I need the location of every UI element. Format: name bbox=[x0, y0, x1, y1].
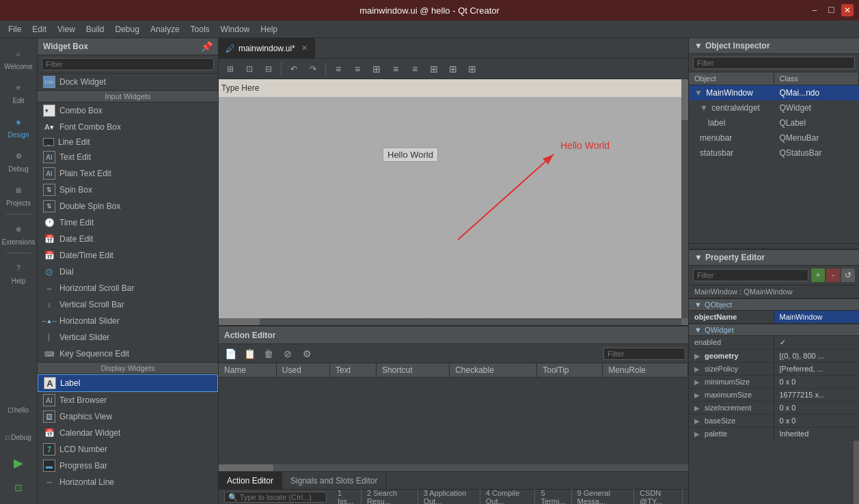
prop-vscroll[interactable] bbox=[689, 440, 859, 504]
widget-item-textbrowser[interactable]: AI Text Browser bbox=[38, 392, 218, 408]
widget-item-dial[interactable]: ⊙ Dial bbox=[38, 264, 218, 280]
action-disable-btn[interactable]: ⊘ bbox=[279, 346, 297, 362]
action-hscroll-thumb[interactable] bbox=[219, 464, 273, 471]
tool-btn-6[interactable]: ≡ bbox=[329, 61, 347, 77]
widget-item-keyseqedit[interactable]: ⌨ Key Sequence Edit bbox=[38, 346, 218, 362]
tool-btn-1[interactable]: ⊞ bbox=[221, 61, 239, 77]
prop-row-geometry[interactable]: ▶ geometry [(0, 0), 800 ... bbox=[689, 350, 859, 363]
prop-val-basesize[interactable]: 0 x 0 bbox=[774, 415, 860, 427]
action-new-btn[interactable]: 📄 bbox=[221, 346, 239, 362]
prop-val-geometry[interactable]: [(0, 0), 800 ... bbox=[774, 350, 860, 362]
prop-expand-minsize[interactable]: ▶ bbox=[694, 378, 700, 386]
widget-item-lineedit[interactable]: _ Line Edit bbox=[38, 135, 218, 149]
tool-btn-2[interactable]: ⊡ bbox=[241, 61, 258, 77]
prop-row-maxsize[interactable]: ▶ maximumSize 16777215 x... bbox=[689, 389, 859, 402]
widget-item-hscrollbar[interactable]: ↔ Horizontal Scroll Bar bbox=[38, 280, 218, 296]
sidebar-item-debug2[interactable]: □ Debug bbox=[1, 425, 36, 449]
menu-tools[interactable]: Tools bbox=[185, 23, 215, 36]
widget-item-doublespinbox[interactable]: ⇅ Double Spin Box bbox=[38, 198, 218, 214]
action-hscrollbar[interactable] bbox=[219, 464, 688, 471]
canvas-hscroll-thumb[interactable] bbox=[219, 318, 260, 325]
prop-row-sizeincrement[interactable]: ▶ sizeIncrement 0 x 0 bbox=[689, 402, 859, 415]
prop-val-sizeincrement[interactable]: 0 x 0 bbox=[774, 402, 860, 414]
widget-item-dateedit[interactable]: 📅 Date Edit bbox=[38, 231, 218, 247]
obj-hscrollbar[interactable] bbox=[689, 243, 859, 249]
tool-btn-13[interactable]: ⊞ bbox=[463, 61, 481, 77]
minimize-button[interactable]: – bbox=[808, 4, 821, 16]
prop-row-sizepolicy[interactable]: ▶ sizePolicy [Preferred, ... bbox=[689, 363, 859, 376]
widget-item-combobox[interactable]: ▾ Combo Box bbox=[38, 102, 218, 119]
status-item-compile[interactable]: 4 Compile Out... bbox=[480, 489, 536, 505]
status-item-search[interactable]: 2 Search Resu... bbox=[362, 489, 418, 505]
canvas-vscroll-thumb[interactable] bbox=[681, 79, 688, 120]
menu-view[interactable]: View bbox=[52, 23, 81, 36]
tool-btn-10[interactable]: ≡ bbox=[406, 61, 424, 77]
prop-val-objectname[interactable]: MainWindow bbox=[774, 311, 860, 323]
status-item-issues[interactable]: 1 Iss... bbox=[332, 489, 362, 505]
tool-btn-3[interactable]: ⊟ bbox=[260, 61, 277, 77]
widget-item-label[interactable]: A Label bbox=[38, 374, 218, 392]
prop-expand-sizepolicy[interactable]: ▶ bbox=[694, 365, 700, 373]
status-item-general[interactable]: 9 General Messa... bbox=[572, 489, 635, 505]
action-filter-input[interactable] bbox=[603, 348, 685, 360]
tool-btn-8[interactable]: ⊞ bbox=[368, 61, 385, 77]
prop-vscroll-thumb[interactable] bbox=[854, 440, 859, 504]
prop-row-palette[interactable]: ▶ palette Inherited bbox=[689, 428, 859, 440]
close-button[interactable]: ✕ bbox=[841, 4, 854, 16]
prop-expand-sizeincrement[interactable]: ▶ bbox=[694, 404, 700, 412]
tool-btn-7[interactable]: ≡ bbox=[349, 61, 366, 77]
tab-mainwindow[interactable]: 🖊 mainwindow.ui* ✕ bbox=[219, 38, 315, 58]
widget-item-lcdnumber[interactable]: 7 LCD Number bbox=[38, 441, 218, 458]
obj-row-statusbar[interactable]: statusbar QStatusBar bbox=[689, 145, 859, 160]
menu-file[interactable]: File bbox=[3, 23, 27, 36]
prop-val-palette[interactable]: Inherited bbox=[774, 428, 860, 440]
sidebar-item-design[interactable]: ◈ Design bbox=[1, 109, 36, 143]
tool-btn-9[interactable]: ≡ bbox=[387, 61, 405, 77]
widget-item-graphicsview[interactable]: 🖼 Graphics View bbox=[38, 408, 218, 425]
status-item-appout[interactable]: 3 Application Out... bbox=[418, 489, 480, 505]
prop-expand-maxsize[interactable]: ▶ bbox=[694, 391, 700, 399]
prop-val-enabled[interactable]: ✓ bbox=[774, 336, 860, 349]
sidebar-item-debug[interactable]: ⚙ Debug bbox=[1, 143, 36, 178]
menu-window[interactable]: Window bbox=[215, 23, 256, 36]
menu-help[interactable]: Help bbox=[255, 23, 283, 36]
widget-item-calendarwidget[interactable]: 📅 Calendar Widget bbox=[38, 425, 218, 441]
status-item-terminal[interactable]: 5 Termi... bbox=[535, 489, 571, 505]
status-search-input[interactable] bbox=[224, 492, 327, 503]
sidebar-item-edit[interactable]: ≡ Edit bbox=[1, 75, 36, 109]
sidebar-item-welcome[interactable]: ⌂ Welcome bbox=[1, 41, 36, 75]
tool-btn-11[interactable]: ⊞ bbox=[425, 61, 443, 77]
widget-item-plaintextedit[interactable]: AI Plain Text Edit bbox=[38, 165, 218, 182]
expand-mainwindow[interactable]: ▼ bbox=[694, 88, 703, 98]
canvas-hello-label[interactable]: Hello World bbox=[383, 148, 438, 162]
prop-section-expand[interactable]: ▼ bbox=[694, 300, 702, 309]
widget-item-progressbar[interactable]: ▬ Progress Bar bbox=[38, 458, 218, 474]
obj-filter-input[interactable] bbox=[693, 57, 855, 69]
sidebar-item-hello[interactable]: □ hello bbox=[1, 397, 36, 422]
widget-item-datetimeedit[interactable]: 📅 Date/Time Edit bbox=[38, 247, 218, 264]
widget-item-hslider[interactable]: ─▲─ Horizontal Slider bbox=[38, 313, 218, 329]
run-button[interactable]: ▶ bbox=[8, 452, 29, 474]
maximize-button[interactable]: ☐ bbox=[825, 4, 837, 16]
prop-expand-basesize[interactable]: ▶ bbox=[694, 417, 700, 425]
action-empty-area[interactable] bbox=[219, 414, 688, 464]
action-tab-signals[interactable]: Signals and Slots Editor bbox=[282, 472, 386, 489]
prop-remove-btn[interactable]: - bbox=[826, 268, 840, 282]
prop-row-minsize[interactable]: ▶ minimumSize 0 x 0 bbox=[689, 376, 859, 389]
run-debug-button[interactable]: ⊡ bbox=[8, 477, 29, 499]
action-tab-editor[interactable]: Action Editor bbox=[219, 472, 282, 489]
obj-row-label[interactable]: label QLabel bbox=[689, 115, 859, 130]
widget-item-textedit[interactable]: AI Text Edit bbox=[38, 149, 218, 165]
widget-item-timeedit[interactable]: 🕐 Time Edit bbox=[38, 214, 218, 231]
prop-expand-geometry[interactable]: ▶ bbox=[694, 352, 700, 360]
widget-item-fontcombobox[interactable]: A▾ Font Combo Box bbox=[38, 119, 218, 135]
menu-edit[interactable]: Edit bbox=[27, 23, 52, 36]
prop-val-maxsize[interactable]: 16777215 x... bbox=[774, 389, 860, 401]
prop-filter-input[interactable] bbox=[693, 269, 808, 281]
action-copy-btn[interactable]: 📋 bbox=[241, 346, 258, 362]
prop-val-sizepolicy[interactable]: [Preferred, ... bbox=[774, 363, 860, 375]
menu-build[interactable]: Build bbox=[81, 23, 110, 36]
canvas-window[interactable]: Type Here Hello World bbox=[219, 79, 681, 318]
sidebar-item-extensions[interactable]: ⊕ Extensions bbox=[1, 216, 36, 251]
canvas-hscrollbar[interactable] bbox=[219, 318, 681, 325]
